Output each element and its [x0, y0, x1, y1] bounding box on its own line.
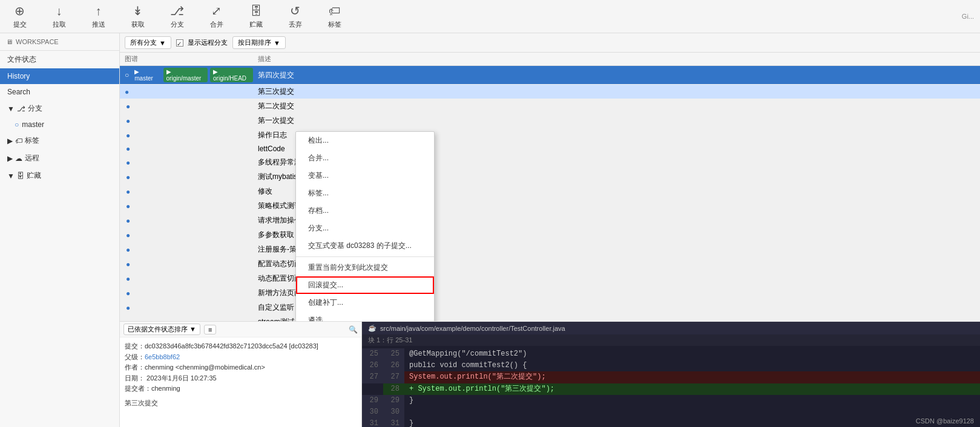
bottom-right-panel: ☕ src/main/java/com/example/demo/control… [362, 322, 980, 427]
commit-graph-cell2: ● [120, 88, 253, 96]
context-menu-item-reset[interactable]: 重置当前分支到此次提交 [296, 259, 434, 276]
merge-button[interactable]: ⤢ 合并 [203, 4, 230, 29]
context-menu-item-merge[interactable]: 合并... [296, 149, 434, 167]
code-line: 30 30 [362, 406, 980, 418]
code-area: 25 25 @GetMapping("/commitTest2") 26 26 … [362, 346, 980, 427]
table-row[interactable]: ● 注册服务-策略模式 [120, 243, 980, 257]
workspace-label: 🖥 WORKSPACE [0, 33, 119, 51]
table-row[interactable]: ● 修改 [120, 184, 980, 199]
push-button[interactable]: ↑ 推送 [85, 4, 112, 29]
sidebar-section-branches[interactable]: ▼ ⎇ 分支 [0, 100, 119, 117]
col-header-desc: 描述 [253, 54, 980, 64]
commit-rows: ○ ▶ master ▶ origin/master ▶ origin/HEAD… [120, 66, 980, 321]
branch-tag-master: ▶ master [131, 68, 160, 82]
sidebar-branch-master[interactable]: ○ master [0, 117, 119, 132]
view-mode-button[interactable]: ≡ [204, 325, 216, 334]
main-layout: 🖥 WORKSPACE 文件状态 History Search ▼ ⎇ 分支 ○… [0, 33, 980, 427]
sidebar: 🖥 WORKSPACE 文件状态 History Search ▼ ⎇ 分支 ○… [0, 33, 120, 427]
content-area: 所有分支 ▼ 显示远程分支 按日期排序 ▼ 图谱 描述 [120, 33, 980, 427]
parent-link[interactable]: 6e5bb8bf62 [145, 353, 180, 360]
bottom-left-panel: 已依据文件状态排序 ▼ ≡ 🔍 提交：dc03283d46a8fc3b67844… [120, 322, 362, 427]
file-icon: ☕ [368, 324, 377, 332]
table-row[interactable]: ● 多线程异常测试 [120, 155, 980, 170]
block-info: 块 1：行 25-31 [362, 334, 980, 346]
pull-button[interactable]: ↓ 拉取 [45, 4, 73, 29]
context-menu-item-patch[interactable]: 创建补丁... [296, 294, 434, 311]
table-row[interactable]: ● stream测试 [120, 315, 980, 321]
sidebar-item-history[interactable]: History [0, 68, 119, 84]
table-row[interactable]: ● 第二次提交 [120, 99, 980, 114]
app-container: ⊕ 提交 ↓ 拉取 ↑ 推送 ↡ 获取 ⎇ 分支 ⤢ 合并 🗄 贮藏 ↺ 丢弃 [0, 0, 980, 427]
table-row[interactable]: ● 自定义监听 [120, 301, 980, 315]
table-row[interactable]: ● 动态配置切面路径... [120, 272, 980, 286]
context-menu-item-revert[interactable]: 回滚提交... [296, 276, 434, 294]
branch-icon: ⎇ [170, 4, 184, 18]
commit-info: 提交：dc03283d46a8fc3b678442fd382c71203dcc5… [120, 337, 361, 427]
commit-desc-cell2: 第三次提交 [253, 86, 980, 97]
commit-message: 第三次提交 [125, 398, 357, 409]
code-line: 27 27 System.out.println("第二次提交"); [362, 371, 980, 383]
table-row[interactable]: ● 请求增加操作日志... [120, 214, 980, 228]
chevron-down-icon: ▼ [7, 105, 15, 113]
all-branches-dropdown[interactable]: 所有分支 ▼ [125, 36, 171, 49]
discard-icon: ↺ [290, 4, 300, 18]
table-row[interactable]: ● lettCode [120, 143, 980, 155]
context-menu-item-rebase[interactable]: 变基... [296, 167, 434, 184]
table-row[interactable]: ● 多参数获取 [120, 228, 980, 243]
code-line: 29 29 } [362, 395, 980, 406]
sidebar-section-tags[interactable]: ▶ 🏷 标签 [0, 132, 119, 149]
table-row[interactable]: ● 第三次提交 [120, 85, 980, 99]
commit-button[interactable]: ⊕ 提交 [6, 4, 33, 29]
show-remote-checkbox[interactable]: 显示远程分支 [176, 38, 228, 47]
sidebar-section-remotes[interactable]: ▶ ☁ 远程 [0, 149, 119, 167]
table-row[interactable]: ● 新增方法页面，多... [120, 286, 980, 301]
commit-list-area: 图谱 描述 ○ ▶ master ▶ origin/master ▶ origi… [120, 53, 980, 321]
main-toolbar: ⊕ 提交 ↓ 拉取 ↑ 推送 ↡ 获取 ⎇ 分支 ⤢ 合并 🗄 贮藏 ↺ 丢弃 [0, 0, 980, 33]
context-menu-item-tag[interactable]: 标签... [296, 184, 434, 202]
stash-button[interactable]: 🗄 贮藏 [242, 4, 269, 29]
sidebar-item-filestatus[interactable]: 文件状态 [0, 51, 119, 68]
context-menu-item-branch[interactable]: 分支... [296, 220, 434, 237]
table-row[interactable]: ● 策略模式测试 [120, 199, 980, 214]
context-menu-item-interactive-rebase[interactable]: 交互式变基 dc03283 的子提交... [296, 237, 434, 255]
watermark: CSDN @baize9128 [916, 417, 974, 425]
branch-button[interactable]: ⎇ 分支 [163, 4, 191, 29]
discard-button[interactable]: ↺ 丢弃 [281, 4, 309, 29]
stash-section-icon: 🗄 [17, 172, 24, 180]
context-menu-item-archive[interactable]: 存档... [296, 202, 434, 220]
merge-icon: ⤢ [211, 4, 222, 18]
current-branch-icon: ○ [125, 71, 129, 79]
table-row[interactable]: ● 配置动态切面方法 [120, 257, 980, 272]
workspace-icon: 🖥 [6, 38, 13, 45]
table-row[interactable]: ● 第一次提交 [120, 114, 980, 128]
file-path-bar: ☕ src/main/java/com/example/demo/control… [362, 322, 980, 334]
parent-line: 父级：6e5bb8bf62 [125, 352, 357, 363]
context-menu-item-checkout[interactable]: 检出... [296, 132, 434, 149]
fetch-button[interactable]: ↡ 获取 [124, 4, 151, 29]
search-icon2[interactable]: 🔍 [349, 325, 358, 334]
stash-icon: 🗄 [250, 4, 262, 18]
table-row[interactable]: ● 测试mybatis插入 [120, 170, 980, 184]
commit-dot2: ● [125, 88, 129, 96]
col-header-graph: 图谱 [120, 54, 253, 64]
context-menu-item-cherry-pick[interactable]: 遴选 [296, 311, 434, 321]
file-path: src/main/java/com/example/demo/controlle… [380, 325, 565, 332]
table-row[interactable]: ○ ▶ master ▶ origin/master ▶ origin/HEAD… [120, 66, 980, 85]
push-icon: ↑ [96, 4, 102, 18]
circle-icon: ○ [15, 120, 19, 129]
sidebar-item-search[interactable]: Search [0, 84, 119, 100]
branch-tag-origin-master: ▶ origin/master [163, 68, 208, 82]
context-menu: 检出... 合并... 变基... 标签... 存档... 分支... 交互式变… [295, 131, 435, 321]
table-row[interactable]: ● 操作日志 [120, 128, 980, 143]
chevron-right-icon: ▶ [7, 137, 13, 145]
tag-button[interactable]: 🏷 标签 [321, 4, 348, 29]
fetch-icon: ↡ [133, 4, 143, 18]
chevron-down-icon5: ▼ [189, 325, 196, 333]
tag-icon: 🏷 [329, 4, 341, 18]
chevron-down-icon2: ▼ [7, 172, 15, 180]
file-sort-dropdown[interactable]: 已依据文件状态排序 ▼ [123, 324, 200, 335]
sidebar-section-stashes[interactable]: ▼ 🗄 贮藏 [0, 167, 119, 184]
code-line: 31 31 } [362, 418, 980, 427]
bottom-toolbar: 已依据文件状态排序 ▼ ≡ 🔍 [120, 322, 361, 337]
sort-dropdown[interactable]: 按日期排序 ▼ [232, 36, 286, 49]
